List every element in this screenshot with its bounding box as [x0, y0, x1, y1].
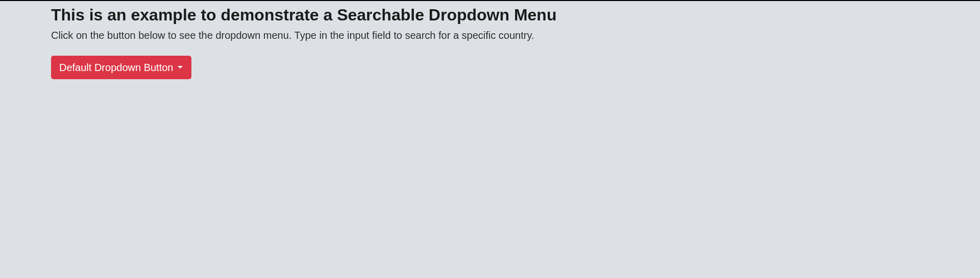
dropdown-button-label: Default Dropdown Button — [59, 61, 173, 74]
page-description: Click on the button below to see the dro… — [51, 30, 980, 41]
caret-down-icon — [177, 65, 183, 70]
dropdown-toggle-button[interactable]: Default Dropdown Button — [51, 56, 191, 79]
main-container: This is an example to demonstrate a Sear… — [0, 1, 980, 79]
page-title: This is an example to demonstrate a Sear… — [51, 5, 980, 25]
